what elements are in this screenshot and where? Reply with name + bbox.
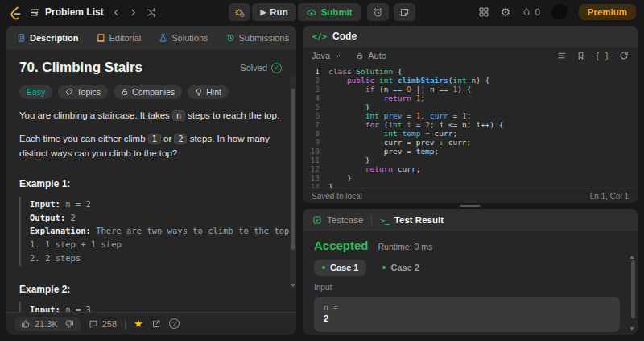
text-token: return bbox=[365, 164, 393, 173]
comments-button[interactable]: 258 bbox=[89, 319, 117, 329]
description-scrollbar-thumb[interactable] bbox=[291, 89, 295, 250]
code-line[interactable]: return curr; bbox=[328, 164, 504, 173]
companies-tag[interactable]: Companies bbox=[114, 85, 182, 99]
braces-icon[interactable]: { } bbox=[595, 52, 609, 60]
reset-code-icon[interactable] bbox=[619, 51, 629, 60]
saved-status: Saved to local bbox=[312, 192, 362, 201]
comment-icon bbox=[89, 319, 98, 329]
text-token: int bbox=[453, 76, 467, 85]
bookmark-icon[interactable] bbox=[576, 51, 585, 60]
tab-description[interactable]: Description bbox=[14, 33, 81, 43]
text-token: ) { bbox=[489, 120, 503, 129]
gear-icon[interactable]: ⚙ bbox=[501, 6, 511, 18]
code-line[interactable]: prev = temp; bbox=[328, 147, 504, 156]
chevron-down-icon bbox=[334, 52, 341, 60]
leetcode-logo-icon[interactable] bbox=[8, 5, 22, 20]
code-editor[interactable]: 1234567891011121314 class Solution { pub… bbox=[303, 64, 638, 188]
tab-solutions[interactable]: Solutions bbox=[156, 33, 210, 43]
scroll-down-arrow-icon[interactable] bbox=[291, 284, 295, 287]
format-code-icon[interactable] bbox=[557, 51, 567, 60]
line-number: 9 bbox=[303, 138, 320, 147]
play-icon: ▶ bbox=[260, 8, 266, 16]
code-line[interactable]: return 1; bbox=[328, 94, 504, 102]
input-value: 2 bbox=[324, 314, 610, 323]
code-line[interactable]: public int climbStairs(int n) { bbox=[328, 76, 504, 85]
scroll-down-arrow-icon[interactable] bbox=[630, 327, 634, 331]
text-token: steps to reach the top. bbox=[185, 110, 279, 120]
code-line[interactable]: class Solution { bbox=[328, 67, 504, 76]
auto-toggle[interactable]: Auto bbox=[356, 51, 386, 60]
difficulty-badge[interactable]: Easy bbox=[19, 85, 52, 99]
prev-problem-button[interactable] bbox=[112, 8, 121, 17]
code-line[interactable]: int temp = curr; bbox=[328, 129, 504, 138]
code-toolbar: Java Auto { } bbox=[303, 47, 638, 64]
submit-button[interactable]: Submit bbox=[298, 3, 361, 21]
description-tabbar: Description Editorial Solutions bbox=[6, 26, 296, 50]
tab-testcase[interactable]: Testcase bbox=[312, 215, 363, 225]
test-result-panel: Testcase >_ Test Result Accepted Runtime… bbox=[303, 209, 638, 335]
text-token: prev bbox=[384, 111, 402, 120]
editor-gutter: 1234567891011121314 bbox=[303, 67, 328, 188]
tab-submissions[interactable]: Submissions bbox=[224, 33, 291, 43]
streak-counter[interactable]: 0 bbox=[522, 6, 539, 18]
code-line[interactable]: } bbox=[328, 102, 504, 111]
line-number: 11 bbox=[303, 156, 320, 164]
topics-tag[interactable]: Topics bbox=[58, 85, 108, 99]
help-icon[interactable]: ? bbox=[169, 318, 180, 329]
tab-test-result[interactable]: >_ Test Result bbox=[380, 215, 444, 225]
result-scrollbar-thumb[interactable] bbox=[631, 260, 635, 318]
problem-list-button[interactable]: Problem List bbox=[30, 6, 104, 18]
share-icon bbox=[151, 319, 161, 329]
run-button[interactable]: ▶ Run bbox=[252, 3, 295, 21]
text-token: class bbox=[328, 67, 352, 76]
text-token: You are climbing a staircase. It takes bbox=[19, 110, 172, 120]
code-line[interactable]: curr = prev + curr; bbox=[328, 138, 504, 147]
avatar[interactable] bbox=[551, 4, 568, 20]
debug-button[interactable] bbox=[229, 3, 250, 21]
like-button[interactable]: 21.3K bbox=[21, 319, 58, 329]
result-status: Accepted bbox=[314, 239, 369, 252]
premium-button[interactable]: Premium bbox=[579, 4, 636, 20]
case-button-2[interactable]: Case 2 bbox=[374, 260, 427, 276]
code-line[interactable]: int prev = 1, curr = 1; bbox=[328, 111, 504, 120]
tab-editorial[interactable]: Editorial bbox=[94, 33, 144, 43]
description-paragraph: Each time you can either climb 1 or 2 st… bbox=[19, 132, 282, 160]
inline-code: 2 bbox=[174, 134, 187, 144]
tab-editorial-label: Editorial bbox=[109, 33, 142, 43]
timer-button[interactable] bbox=[367, 3, 389, 21]
text-token: } bbox=[328, 182, 333, 188]
resize-handle[interactable] bbox=[460, 205, 481, 207]
scroll-up-arrow-icon[interactable] bbox=[630, 256, 634, 259]
text-token: Input: bbox=[30, 305, 60, 312]
star-icon[interactable]: ★ bbox=[134, 318, 143, 329]
line-number: 3 bbox=[303, 85, 320, 94]
text-token: == bbox=[439, 85, 448, 94]
code-line[interactable]: if (n == 0 || n == 1) { bbox=[328, 85, 504, 94]
language-selector[interactable]: Java bbox=[312, 51, 341, 60]
shuffle-icon[interactable] bbox=[146, 7, 157, 18]
text-token: prev = temp; bbox=[328, 147, 439, 156]
share-button[interactable] bbox=[151, 319, 161, 329]
code-line[interactable]: } bbox=[328, 182, 504, 188]
case-label: Case 2 bbox=[390, 263, 419, 272]
layout-grid-icon[interactable] bbox=[478, 6, 489, 18]
text-token: == bbox=[393, 85, 402, 94]
code-line[interactable]: } bbox=[328, 156, 504, 164]
tab-description-label: Description bbox=[30, 33, 79, 43]
dislike-button[interactable] bbox=[64, 319, 74, 329]
case-button-1[interactable]: Case 1 bbox=[314, 260, 366, 276]
code-line[interactable]: for (int i = 2; i <= n; i++) { bbox=[328, 120, 504, 129]
thumbs-up-icon bbox=[21, 319, 31, 329]
cursor-position: Ln 1, Col 1 bbox=[590, 192, 629, 201]
text-token: int bbox=[388, 120, 402, 129]
next-problem-button[interactable] bbox=[129, 8, 138, 17]
terminal-icon: >_ bbox=[380, 216, 389, 225]
flame-icon bbox=[522, 6, 531, 18]
testcase-input-box[interactable]: n = 2 bbox=[314, 297, 620, 332]
notes-button[interactable] bbox=[394, 3, 415, 21]
problem-description: You are climbing a staircase. It takes n… bbox=[19, 109, 282, 312]
code-line[interactable]: } bbox=[328, 173, 504, 182]
hint-tag[interactable]: Hint bbox=[188, 85, 229, 99]
text-token: 1. 1 step + 1 step bbox=[30, 239, 122, 249]
text-token: Each time you can either climb bbox=[19, 134, 148, 143]
